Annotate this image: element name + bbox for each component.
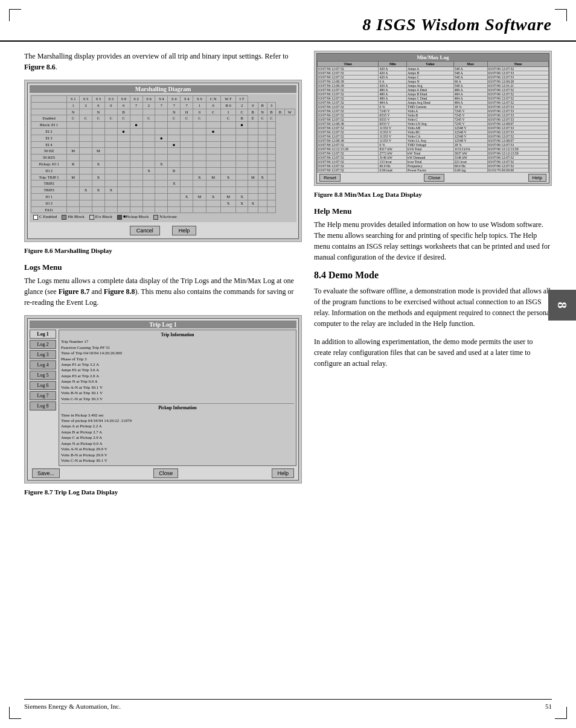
- minmax-close-button[interactable]: Close: [424, 174, 444, 182]
- triplog-tab-2[interactable]: Log 2: [30, 340, 56, 349]
- minmax-caption: Figure 8.8 Min/Max Log Data Display: [314, 191, 552, 198]
- marshalling-buttons: Cancel Help: [30, 225, 296, 237]
- minmax-row: 03/07/96 12:08:39420 AAmps Avg548 A03/07…: [318, 84, 549, 88]
- intro-text: The Marshalling display provides an over…: [24, 51, 302, 72]
- minmax-row: 03/07/96 12:07:527245 VVolts A7245 V03/0…: [318, 109, 549, 113]
- triplog-diagram: Trip Log 1 Log 1 Log 2 Log 3 Log 4 Log 5…: [25, 316, 301, 484]
- triplog-figure: Trip Log 1 Log 1 Log 2 Log 3 Log 4 Log 5…: [24, 315, 302, 484]
- minmax-row: 03/07/96 12:07:523146 kWkW Demand3146 kW…: [318, 156, 549, 160]
- minmax-row: 03/07/96 12:07:520 %THD Current18 %03/07…: [318, 105, 549, 109]
- trip-row-4: Phase of Trip 3: [61, 357, 294, 362]
- minmax-row: 03/07/96 12:07:526555 VVolts B7245 V03/0…: [318, 113, 549, 118]
- page-header: 8 ISGS Wisdom Software: [0, 0, 576, 42]
- triplog-tab-7[interactable]: Log 7: [30, 391, 56, 400]
- triplog-tab-8[interactable]: Log 8: [30, 401, 56, 410]
- logs-menu-heading: Logs Menu: [24, 263, 302, 272]
- marshalling-key: C Enabled Hit Block E/o Block ■Pickup Bl…: [31, 213, 295, 220]
- main-content: The Marshalling display provides an over…: [0, 51, 576, 504]
- triplog-tab-4[interactable]: Log 4: [30, 360, 56, 369]
- minmax-row: 03/07/96 12:07:52420 AAmps B548 A03/07/9…: [318, 71, 549, 75]
- minmax-col-min: Min: [379, 62, 407, 67]
- corner-mark-tr: [555, 9, 567, 21]
- triplog-help-button[interactable]: Help: [272, 468, 294, 478]
- triplog-title: Trip Log 1: [30, 321, 296, 328]
- corner-mark-bl: [9, 707, 21, 719]
- minmax-row: 03/07/96 12:07:5260.0 HzFrequency60.0 Hz…: [318, 164, 549, 168]
- triplog-tab-3[interactable]: Log 3: [30, 350, 56, 359]
- trip-row-10: Volts B-N at Trip 30.1 V: [61, 391, 294, 396]
- trip-row-3: Time of Trip 04/18/94 14:20:26.000: [61, 351, 294, 356]
- trip-row-9: Volts A-N at Trip 30.1 V: [61, 385, 294, 391]
- minmax-buttons: Reset Close Help: [317, 173, 549, 183]
- right-column: Min/Max Log Time Min Value Max Time: [314, 51, 552, 504]
- minmax-row: 03/07/96 12:08:386555 VVolts LN Avg7245 …: [318, 122, 549, 126]
- help-menu-text: The Help menu provides detailed informat…: [314, 219, 552, 263]
- minmax-col-time1: Time: [318, 62, 379, 67]
- minmax-row: 03/07/96 12:07:52133 kvarkvar Total221 k…: [318, 160, 549, 164]
- triplog-tab-5[interactable]: Log 5: [30, 371, 56, 380]
- trip-row-1: Trip Number 17: [61, 339, 294, 345]
- minmax-row: 03/07/96 12:07:520 %THD Voltage18 %03/07…: [318, 143, 549, 147]
- section-tab-8: 8: [548, 290, 576, 321]
- pickup-info-title: Pickup Information: [61, 405, 294, 412]
- triplog-tab-1[interactable]: Log 1: [30, 330, 56, 339]
- minmax-row: 03/07/96 12:07:52480 AAmps A Dmd486 A03/…: [318, 88, 549, 92]
- minmax-row: 03/07/96 12:08:390 AAmps N60 A03/07/96 1…: [318, 80, 549, 84]
- page-footer: Siemens Energy & Automation, Inc. 51: [24, 699, 552, 710]
- marshalling-help-button[interactable]: Help: [172, 226, 197, 235]
- minmax-row: 03/07/96 12:07:5211353 VVolts AB12548 V0…: [318, 126, 549, 130]
- minmax-table: Time Min Value Max Time 03/07/96 12:07:5…: [317, 61, 549, 173]
- trip-row-5: Amps P1 at Trip 3.2 A: [61, 362, 294, 368]
- page-title: 8 ISGS Wisdom Software: [362, 15, 552, 34]
- minmax-row: 03/07/96 12:07:52420 AAmps A548 A03/07/9…: [318, 67, 549, 71]
- marshalling-caption: Figure 8.6 Marshalling Display: [24, 247, 302, 254]
- footer-company: Siemens Energy & Automation, Inc.: [24, 703, 121, 710]
- trip-row-2: Function Causing Trip PF 51: [61, 345, 294, 351]
- demo-mode-heading: 8.4 Demo Mode: [314, 270, 552, 281]
- triplog-tab-6[interactable]: Log 6: [30, 381, 56, 390]
- marshalling-title: Marshalling Diagram: [30, 85, 296, 93]
- minmax-reset-button[interactable]: Reset: [319, 174, 341, 182]
- pickup-row-8: Volts B-N at Pickup 29.9 V: [61, 453, 294, 458]
- triplog-close-button[interactable]: Close: [153, 468, 178, 478]
- pickup-row-1: Time in Pickup 3.492 sec: [61, 413, 294, 418]
- help-menu-heading: Help Menu: [314, 206, 552, 216]
- minmax-diagram: Min/Max Log Time Min Value Max Time: [315, 51, 551, 185]
- minmax-help-button[interactable]: Help: [528, 174, 546, 182]
- minmax-col-max: Max: [453, 62, 487, 67]
- corner-mark-br: [555, 707, 567, 719]
- pickup-row-7: Volts A-N at Pickup 29.9 V: [61, 447, 294, 452]
- minmax-row: 03/07/96 12:07:52480 AAmps C Dmd484 A03/…: [318, 97, 549, 101]
- pickup-row-5: Amps C at Pickup 2.9 A: [61, 435, 294, 441]
- minmax-row: 03/07/96 12:07:52480 AAmps B Dmd484 A03/…: [318, 92, 549, 97]
- minmax-col-value: Value: [407, 62, 454, 67]
- minmax-row: 03/07/96 12:07:520.96 leadPower Factor0.…: [318, 168, 549, 173]
- pickup-row-6: Amps N at Pickup 0.0 A: [61, 441, 294, 447]
- minmax-row: 03/07/96 12:07:522772 kWkW Total3037 kW0…: [318, 152, 549, 156]
- demo-mode-para1: To evaluate the software offline, a demo…: [314, 286, 552, 329]
- minmax-row: 03/07/96 12:07:52420 AAmps C548 A03/07/9…: [318, 75, 549, 80]
- minmax-col-time2: Time: [487, 62, 548, 67]
- trip-row-7: Amps P3 at Trip 2.8 A: [61, 374, 294, 379]
- pickup-row-2: Time of pickup 04/18/94 14:20:22 .11879: [61, 418, 294, 424]
- marshalling-figure: Marshalling Diagram S 1S 5S 5S 5S 8S 2S …: [24, 80, 302, 242]
- trip-row-6: Amps P2 at Trip 3.6 A: [61, 368, 294, 373]
- triplog-save-button[interactable]: Save...: [32, 468, 60, 478]
- minmax-title: Min/Max Log: [317, 54, 549, 61]
- minmax-row: 03/07/96 12:08:3811353 VVolts LL Avg1254…: [318, 139, 549, 143]
- minmax-row: 03/07/96 12:07:5211353 VVolts BC12548 V0…: [318, 130, 549, 135]
- logs-menu-text: The Logs menu allows a complete data dis…: [24, 275, 302, 308]
- pickup-row-3: Amps A at Pickup 2.2 A: [61, 424, 294, 429]
- pickup-row-4: Amps B at Pickup 2.7 A: [61, 430, 294, 435]
- triplog-buttons: Save... Close Help: [30, 468, 296, 478]
- trip-row-11: Volts C-N at Trip 30.3 V: [61, 397, 294, 402]
- marshalling-grid: S 1S 5S 5S 5S 8S 2S 6S 4S 4S 4S SC NW TI…: [30, 94, 296, 222]
- minmax-row: 03/07/96 12:07:52484 AAmps Avg Dmd484 A0…: [318, 101, 549, 105]
- triplog-content: Trip Information Trip Number 17 Function…: [59, 330, 296, 467]
- marshalling-diagram: Marshalling Diagram S 1S 5S 5S 5S 8S 2S …: [25, 80, 301, 241]
- triplog-caption: Figure 8.7 Trip Log Data Display: [24, 488, 302, 496]
- corner-mark-tl: [9, 9, 21, 21]
- left-column: The Marshalling display provides an over…: [24, 51, 302, 504]
- footer-page-number: 51: [545, 703, 552, 710]
- marshalling-cancel-button[interactable]: Cancel: [130, 226, 160, 235]
